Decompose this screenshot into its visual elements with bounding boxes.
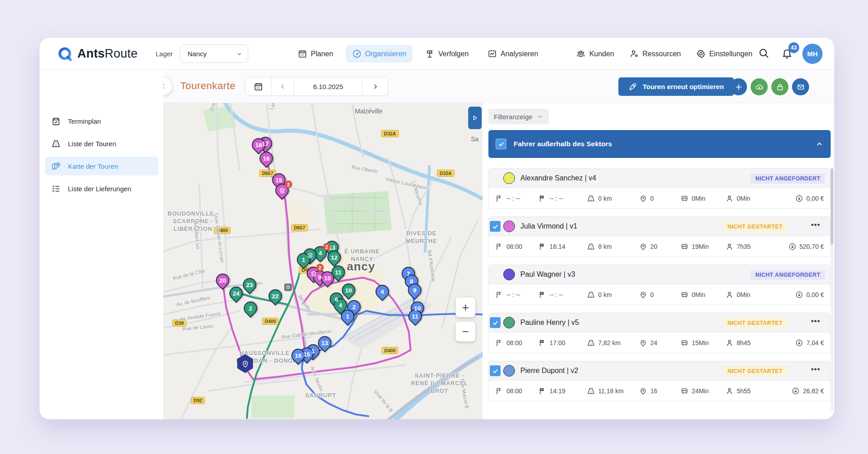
user-avatar[interactable]: MH <box>802 44 823 64</box>
zoom-out-button[interactable]: − <box>456 322 475 342</box>
driver-card-header[interactable]: Alexandre Sanchez | v4 NICHT ANGEFORDERT <box>489 169 830 188</box>
map-stop-marker[interactable]: 4 <box>376 285 389 298</box>
flag-icon <box>495 339 503 347</box>
map-stop-marker[interactable]: 10 <box>342 283 355 297</box>
map-stop-marker[interactable]: 1 <box>341 310 354 323</box>
map-stop-marker[interactable]: 18 <box>252 138 265 152</box>
map-stop-marker[interactable]: 11 <box>408 310 422 323</box>
driver-stat-flagc: 17:00 <box>538 339 587 347</box>
previous-day-button[interactable] <box>272 77 294 95</box>
brand-name: AntsRoute <box>77 47 138 61</box>
driver-menu-button[interactable]: ••• <box>811 317 820 326</box>
person-gear-icon <box>630 49 639 58</box>
pin-small-icon <box>639 194 647 202</box>
search-button[interactable] <box>758 47 771 61</box>
driver-color-dot <box>503 269 515 280</box>
tab-analysieren[interactable]: Analysieren <box>481 45 545 63</box>
tab-organisieren[interactable]: Organisieren <box>346 45 413 63</box>
lock-icon <box>776 83 784 91</box>
driver-checkbox[interactable] <box>490 221 501 232</box>
nav-item-kunden[interactable]: Kunden <box>575 46 615 61</box>
collapse-section-button[interactable] <box>815 140 823 148</box>
drivers-section-header[interactable]: Fahrer außerhalb des Sektors <box>488 130 831 158</box>
panel-toggle-button[interactable] <box>468 107 482 129</box>
lock-button[interactable] <box>771 78 788 95</box>
map-stop-marker[interactable]: 2 <box>244 301 257 315</box>
calendar-icon <box>298 49 307 58</box>
main-nav-tabs: PlanenOrganisierenVerfolgenAnalysieren <box>291 38 545 70</box>
flagc-icon <box>538 387 546 395</box>
nav-item-ressourcen[interactable]: Ressourcen <box>629 46 682 61</box>
map-stop-marker[interactable]: 22 <box>268 289 282 303</box>
driver-stats-row: 08:0014:1911,18 km1624Min5h5526,82 € <box>489 381 830 401</box>
driver-stat-road: 11,18 km <box>587 387 639 395</box>
driver-card-header[interactable]: Julia Virmond | v1 NICHT GESTARTET ••• <box>489 217 830 236</box>
road-icon <box>587 291 595 299</box>
driver-name: Alexandre Sanchez | v4 <box>520 174 596 182</box>
next-day-button[interactable] <box>362 77 388 95</box>
map-cluster-marker[interactable]: 2 <box>275 184 289 197</box>
map-stop-marker[interactable]: 12 <box>327 251 341 264</box>
map-stop-marker[interactable]: 16 <box>260 152 273 165</box>
top-navbar: AntsRoute Lager Nancy PlanenOrganisieren… <box>40 38 834 70</box>
tour-map[interactable]: D657D657D32AD32AD400D400D400D400D39D92 M… <box>163 103 483 419</box>
reoptimize-tours-button[interactable]: Touren erneut optimieren <box>618 77 734 96</box>
driver-card-header[interactable]: Paul Wagner | v3 NICHT ANGEFORDERT <box>489 265 830 284</box>
road-icon <box>587 243 595 251</box>
driver-menu-button[interactable]: ••• <box>811 365 820 374</box>
panel-scrollbar[interactable] <box>831 168 833 411</box>
nav-item-einstellungen[interactable]: Einstellungen <box>695 46 753 61</box>
mail-button[interactable] <box>792 78 809 95</box>
map-stop-marker[interactable]: 24 <box>229 287 243 300</box>
sidebar-item-terminplan[interactable]: Terminplan <box>45 112 158 130</box>
tab-verfolgen[interactable]: Verfolgen <box>419 45 475 63</box>
sidebar-item-karte-der-touren[interactable]: Karte der Touren <box>45 157 158 175</box>
map-stop-marker[interactable]: 13 <box>318 336 331 350</box>
map-stop-marker[interactable]: 20 <box>216 274 229 287</box>
driver-stat-flagc: -- : -- <box>538 291 587 299</box>
brand-logo[interactable]: AntsRoute <box>58 38 138 70</box>
filter-display-dropdown[interactable]: Filteranzeige <box>488 109 549 124</box>
driver-stat-flag: 08:00 <box>495 243 538 251</box>
toolbar: Tourenkarte 6.10.2025 Touren erneut opti… <box>163 70 834 103</box>
calendar-button[interactable] <box>246 77 272 95</box>
sidebar-item-liste-der-lieferungen[interactable]: Liste der Lieferungen <box>45 179 158 198</box>
current-date[interactable]: 6.10.2025 <box>294 77 362 95</box>
add-button[interactable] <box>730 78 747 95</box>
driver-stat-flag: 08:00 <box>495 387 538 395</box>
driver-stat-car: 0Min <box>680 194 725 202</box>
tab-planen[interactable]: Planen <box>291 45 340 63</box>
driver-stat-flagc: 16:14 <box>538 243 587 251</box>
driver-stat-eurodown: 520,70 € <box>769 243 824 251</box>
map-stop-marker[interactable]: 1 <box>297 253 310 266</box>
driver-card-header[interactable]: Pauline Henry | v5 NICHT GESTARTET ••• <box>489 313 830 333</box>
flag-icon <box>495 291 503 299</box>
chevron-up-icon <box>815 140 823 148</box>
antsroute-logo-icon <box>58 46 73 62</box>
nav-right-group: KundenRessourcenEinstellungen <box>575 38 753 70</box>
map-stop-marker[interactable]: 16 <box>291 349 305 362</box>
driver-status-badge: NICHT GESTARTET <box>723 318 787 328</box>
map-label: RIVES DE MEURTHE <box>394 230 448 245</box>
warehouse-select[interactable]: Nancy <box>180 45 248 63</box>
driver-checkbox[interactable] <box>490 317 501 328</box>
driver-stat-pin-small: 20 <box>639 243 680 251</box>
driver-menu-button[interactable]: ••• <box>811 220 820 229</box>
driver-stat-car: 24Min <box>680 387 725 395</box>
road-icon <box>587 194 595 202</box>
zoom-in-button[interactable]: + <box>456 297 475 317</box>
driver-card-header[interactable]: Pierre Dupont | v2 NICHT GESTARTET ••• <box>489 361 830 381</box>
driver-checkbox[interactable] <box>490 365 501 376</box>
driver-stat-eurodown: 7,04 € <box>769 339 824 347</box>
export-button[interactable] <box>751 78 768 95</box>
map-stop-marker[interactable]: 23 <box>243 278 256 292</box>
flag-icon <box>495 194 503 202</box>
train-station-icon <box>284 283 292 291</box>
section-checkbox[interactable] <box>496 139 506 149</box>
map-stop-marker[interactable]: 9 <box>408 283 421 297</box>
depot-pin-icon <box>241 360 250 368</box>
map-stop-marker[interactable]: 10 <box>321 271 334 285</box>
driver-stat-pin-small: 0 <box>639 194 680 202</box>
sidebar-item-liste-der-touren[interactable]: Liste der Touren <box>45 134 158 153</box>
search-icon <box>758 47 770 59</box>
